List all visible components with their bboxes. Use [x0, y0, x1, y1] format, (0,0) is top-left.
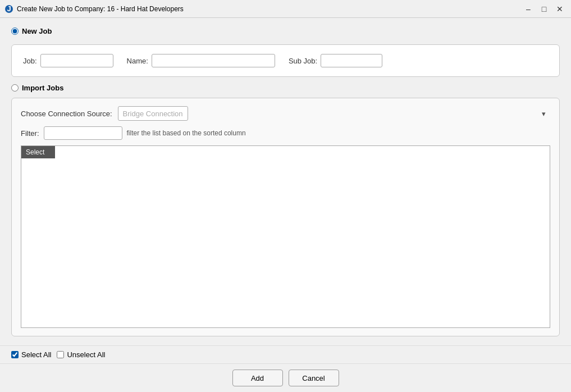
add-button[interactable]: Add: [232, 370, 283, 386]
bottom-bar: Select All Unselect All: [0, 345, 571, 363]
subjob-input[interactable]: [321, 54, 382, 67]
job-input[interactable]: [40, 54, 113, 67]
new-job-label[interactable]: New Job: [22, 27, 52, 35]
maximize-button[interactable]: □: [537, 2, 551, 16]
connection-select-wrapper: Bridge Connection: [118, 106, 550, 121]
import-jobs-radio[interactable]: [11, 84, 19, 92]
import-body: Choose Connection Source: Bridge Connect…: [11, 98, 560, 336]
connection-source-select[interactable]: Bridge Connection: [118, 106, 188, 121]
window-controls: – □ ✕: [522, 2, 567, 16]
filter-label: Filter:: [21, 129, 39, 138]
filter-row: Filter: filter the list based on the sor…: [21, 126, 550, 140]
close-button[interactable]: ✕: [553, 2, 567, 16]
list-column-header[interactable]: Select: [21, 146, 55, 158]
jobs-list-container: Select: [21, 145, 550, 328]
title-bar: J Create New Job to Company: 16 - Hard H…: [0, 0, 571, 18]
connection-row: Choose Connection Source: Bridge Connect…: [21, 106, 550, 121]
app-icon: J: [4, 4, 13, 13]
connection-label: Choose Connection Source:: [21, 110, 112, 118]
svg-text:J: J: [7, 4, 11, 13]
name-field-group: Name:: [127, 54, 275, 67]
subjob-field-group: Sub Job:: [289, 54, 382, 67]
select-all-label[interactable]: Select All: [21, 350, 51, 359]
import-jobs-label[interactable]: Import Jobs: [22, 84, 63, 92]
new-job-radio-group: New Job: [11, 27, 560, 35]
subjob-label: Sub Job:: [289, 57, 317, 65]
unselect-all-checkbox[interactable]: [57, 351, 64, 358]
new-job-box: Job: Name: Sub Job:: [11, 44, 560, 77]
unselect-all-label[interactable]: Unselect All: [67, 350, 105, 359]
job-label: Job:: [23, 57, 37, 65]
select-all-checkbox[interactable]: [11, 351, 19, 358]
filter-input[interactable]: [44, 126, 122, 140]
footer-bar: Add Cancel: [0, 363, 571, 392]
unselect-all-group: Unselect All: [57, 350, 105, 359]
import-jobs-section: Import Jobs Choose Connection Source: Br…: [11, 84, 560, 336]
name-input[interactable]: [152, 54, 275, 67]
import-jobs-header: Import Jobs: [11, 84, 560, 92]
cancel-button[interactable]: Cancel: [289, 370, 339, 386]
minimize-button[interactable]: –: [522, 2, 535, 16]
name-label: Name:: [127, 57, 148, 65]
window-title: Create New Job to Company: 16 - Hard Hat…: [17, 5, 522, 13]
select-all-group: Select All: [11, 350, 51, 359]
job-field-group: Job:: [23, 54, 113, 67]
new-job-radio[interactable]: [11, 28, 19, 35]
filter-hint: filter the list based on the sorted colu…: [127, 129, 246, 137]
main-content: New Job Job: Name: Sub Job: Import Jobs …: [0, 18, 571, 345]
